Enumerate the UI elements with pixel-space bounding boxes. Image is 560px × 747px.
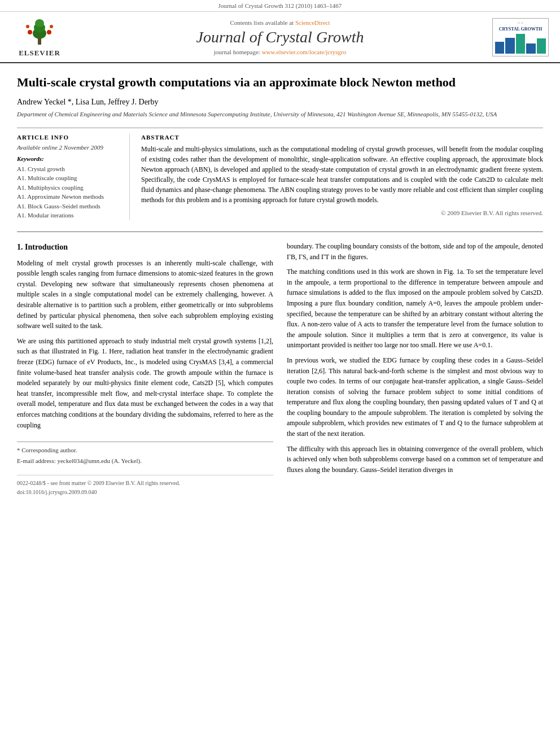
article-divider [17, 128, 543, 128]
authors: Andrew Yeckel *, Lisa Lun, Jeffrey J. De… [17, 98, 543, 107]
body-para-1: Modeling of melt crystal growth processe… [17, 258, 273, 331]
sciencedirect-link[interactable]: ScienceDirect [295, 19, 330, 26]
keywords-label: Keywords: [17, 155, 121, 162]
bottom-info: 0022-0248/$ - see front matter © 2009 El… [17, 475, 273, 496]
svg-point-3 [35, 19, 44, 27]
journal-citation: Journal of Crystal Growth 312 (2010) 146… [218, 2, 342, 9]
bar-1 [495, 42, 504, 54]
body-para-6: The difficulty with this approach lies i… [287, 444, 543, 475]
svg-point-6 [26, 25, 29, 28]
body-para-5: In previous work, we studied the EDG fur… [287, 355, 543, 439]
journal-center: Contents lists available at ScienceDirec… [68, 19, 492, 55]
keyword-3: A1. Multiphysics coupling [17, 183, 121, 193]
cg-title: CRYSTAL GROWTH [495, 27, 546, 32]
body-para-3: boundary. The coupling boundary consists… [287, 241, 543, 262]
footnote-email: E-mail address: yeckel034@umn.edu (A. Ye… [17, 456, 273, 466]
section1-heading: 1. Introduction [17, 241, 273, 254]
footnote-section: * Corresponding author. E-mail address: … [17, 442, 273, 466]
elsevier-logo: ELSEVIER [11, 16, 68, 58]
footnote-corresponding: * Corresponding author. [17, 445, 273, 455]
body-col-right: boundary. The coupling boundary consists… [287, 241, 543, 496]
svg-point-7 [50, 25, 53, 28]
info-area: ARTICLE INFO Available online 2 November… [17, 134, 543, 220]
main-content: Multi-scale crystal growth computations … [0, 63, 560, 508]
crystal-growth-logo: ≡ ≡ CRYSTAL GROWTH [492, 18, 549, 56]
article-info-label: ARTICLE INFO [17, 134, 121, 141]
top-bar: Journal of Crystal Growth 312 (2010) 146… [0, 0, 560, 12]
journal-title: Journal of Crystal Growth [68, 28, 492, 46]
available-date: Available online 2 November 2009 [17, 144, 121, 151]
affiliation: Department of Chemical Engineering and M… [17, 110, 543, 119]
body-para-4: The matching conditions used in this wor… [287, 267, 543, 351]
journal-header: ELSEVIER Contents lists available at Sci… [0, 12, 560, 63]
abstract-label: ABSTRACT [141, 134, 543, 141]
svg-point-4 [28, 30, 32, 34]
keyword-1: A1. Crystal growth [17, 164, 121, 174]
doi-line: doi:10.1016/j.jcrysgro.2009.09.040 [17, 488, 273, 497]
bar-4 [526, 43, 535, 54]
homepage-line: journal homepage: www.elsevier.com/locat… [68, 49, 492, 55]
cg-bars [495, 34, 546, 54]
body-col-left: 1. Introduction Modeling of melt crystal… [17, 241, 273, 496]
homepage-url[interactable]: www.elsevier.com/locate/jcrysgro [262, 49, 347, 55]
elsevier-wordmark: ELSEVIER [19, 49, 60, 58]
bar-2 [505, 38, 514, 54]
keywords-list: A1. Crystal growth A1. Multiscale coupli… [17, 164, 121, 220]
keyword-2: A1. Multiscale coupling [17, 173, 121, 183]
svg-point-5 [47, 30, 51, 34]
elsevier-tree-icon [20, 16, 59, 47]
keyword-6: A1. Modular iterations [17, 211, 121, 220]
sciencedirect-line: Contents lists available at ScienceDirec… [68, 19, 492, 26]
cg-logo-box: ≡ ≡ CRYSTAL GROWTH [492, 18, 549, 56]
abstract-section: ABSTRACT Multi-scale and multi-physics s… [141, 134, 543, 220]
body-para-2: We are using this partitioned approach t… [17, 336, 273, 430]
copyright-line: © 2009 Elsevier B.V. All rights reserved… [141, 209, 543, 216]
bar-3 [516, 34, 525, 54]
keyword-5: A1. Block Gauss–Seidel methods [17, 202, 121, 211]
keyword-4: A1. Approximate Newton methods [17, 192, 121, 202]
bar-5 [537, 38, 546, 53]
abstract-text: Multi-scale and multi-physics simulation… [141, 144, 543, 205]
body-columns: 1. Introduction Modeling of melt crystal… [17, 241, 543, 496]
article-info-panel: ARTICLE INFO Available online 2 November… [17, 134, 130, 220]
issn-line: 0022-0248/$ - see front matter © 2009 El… [17, 479, 273, 488]
article-title: Multi-scale crystal growth computations … [17, 75, 543, 91]
body-divider [17, 231, 543, 232]
